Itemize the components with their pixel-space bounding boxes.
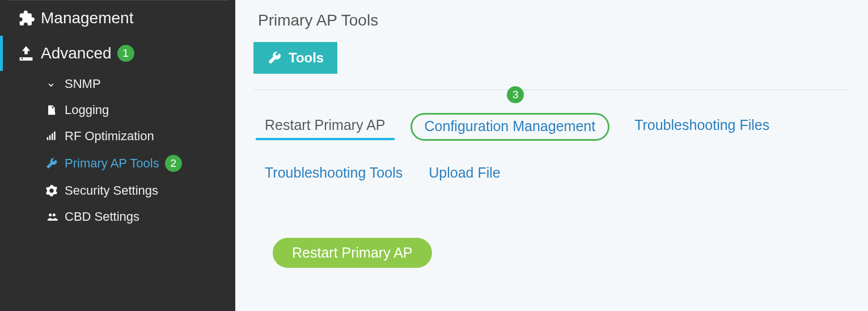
step-badge-1: 1 (117, 45, 134, 62)
document-icon (45, 104, 65, 116)
svg-rect-4 (54, 132, 56, 140)
wrench-icon (45, 157, 65, 170)
download-icon (11, 44, 41, 63)
restart-primary-ap-button[interactable]: Restart Primary AP (273, 238, 432, 268)
tools-button[interactable]: Tools (253, 42, 337, 74)
sidebar-item-label: SNMP (65, 77, 101, 91)
svg-rect-3 (52, 133, 53, 140)
sidebar-item-label: Management (41, 9, 133, 27)
divider (253, 90, 850, 90)
tab-label: Upload File (429, 165, 500, 180)
sidebar-item-label: Primary AP Tools (65, 156, 159, 171)
button-label: Restart Primary AP (292, 245, 413, 261)
sidebar-item-label: Security Settings (65, 183, 158, 198)
sidebar-item-label: Logging (65, 103, 109, 117)
tab-restart-primary-ap[interactable]: Restart Primary AP (264, 115, 387, 139)
page-title: Primary AP Tools (258, 11, 850, 30)
svg-rect-1 (47, 137, 49, 140)
tab-bar: Restart Primary AP 3 Configuration Manag… (264, 113, 850, 187)
sidebar-item-label: Advanced (41, 44, 112, 62)
tab-troubleshooting-files[interactable]: Troubleshooting Files (633, 115, 770, 139)
step-badge-3: 3 (507, 86, 524, 103)
svg-point-6 (53, 213, 56, 216)
sidebar-sub-security-settings[interactable]: Security Settings (45, 178, 235, 204)
sidebar-item-management[interactable]: Management (0, 1, 235, 36)
svg-point-0 (53, 112, 56, 115)
sidebar-sub-snmp[interactable]: SNMP (45, 71, 235, 97)
tab-troubleshooting-tools[interactable]: Troubleshooting Tools (264, 162, 404, 187)
svg-point-5 (49, 213, 52, 216)
tools-button-label: Tools (289, 50, 324, 66)
sidebar-item-label: RF Optimization (65, 129, 154, 144)
svg-rect-2 (49, 135, 51, 140)
wrench-icon (267, 51, 282, 65)
sidebar-sub-cbd-settings[interactable]: CBD Settings (45, 204, 235, 230)
sidebar-sub-logging[interactable]: Logging (45, 97, 235, 123)
sidebar-item-label: CBD Settings (65, 209, 139, 224)
tab-upload-file[interactable]: Upload File (427, 162, 501, 187)
signal-bars-icon (45, 131, 65, 142)
sidebar-item-advanced[interactable]: Advanced 1 (0, 36, 235, 71)
sidebar: Management Advanced 1 SNMP Logging RF Op… (0, 0, 235, 311)
gear-icon (45, 184, 65, 197)
arrow-down-icon (45, 78, 65, 90)
main-content: Primary AP Tools Tools Restart Primary A… (235, 0, 868, 311)
tab-label: Restart Primary AP (265, 117, 386, 133)
step-badge-2: 2 (165, 155, 182, 172)
puzzle-icon (11, 9, 41, 28)
tab-configuration-management[interactable]: 3 Configuration Management (410, 113, 610, 141)
sidebar-sublist: SNMP Logging RF Optimization Primary AP … (0, 71, 235, 230)
sidebar-sub-primary-ap-tools[interactable]: Primary AP Tools 2 (45, 149, 235, 178)
tab-label: Troubleshooting Files (634, 117, 769, 133)
tab-label: Configuration Management (425, 118, 596, 134)
tab-label: Troubleshooting Tools (265, 165, 403, 180)
sidebar-sub-rf-optimization[interactable]: RF Optimization (45, 123, 235, 149)
users-icon (45, 211, 65, 222)
